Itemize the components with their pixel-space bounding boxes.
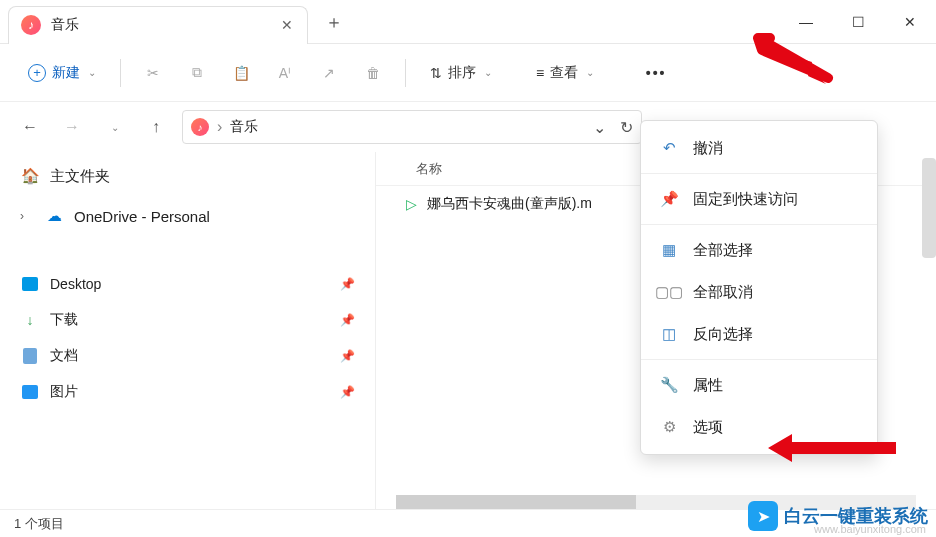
spacer [12, 236, 363, 266]
sidebar-label: 图片 [50, 383, 78, 401]
sidebar-label: 文档 [50, 347, 78, 365]
ellipsis-icon: ••• [646, 65, 667, 81]
ctx-label: 属性 [693, 376, 723, 395]
cut-button[interactable]: ✂ [135, 55, 171, 91]
ctx-label: 反向选择 [693, 325, 753, 344]
context-menu: ↶ 撤消 📌 固定到快速访问 ▦ 全部选择 ▢▢ 全部取消 ◫ 反向选择 🔧 属… [640, 120, 878, 455]
recent-button[interactable]: ⌄ [98, 111, 130, 143]
sort-button[interactable]: ⇅ 排序 ⌄ [420, 55, 502, 91]
status-item-count: 1 个项目 [14, 515, 64, 533]
music-folder-icon: ♪ [191, 118, 209, 136]
sidebar-item-documents[interactable]: 文档 📌 [12, 338, 363, 374]
more-button[interactable]: ••• [638, 55, 674, 91]
deselect-icon: ▢▢ [659, 283, 679, 301]
sidebar-label: OneDrive - Personal [74, 208, 210, 225]
ctx-label: 全部选择 [693, 241, 753, 260]
ctx-invert-selection[interactable]: ◫ 反向选择 [641, 313, 877, 355]
window-controls: — ☐ ✕ [780, 2, 936, 42]
sidebar-item-desktop[interactable]: Desktop 📌 [12, 266, 363, 302]
trash-icon: 🗑 [366, 65, 380, 81]
clipboard-icon: 📋 [233, 65, 250, 81]
sidebar-label: Desktop [50, 276, 101, 292]
chevron-right-icon[interactable]: › [20, 209, 34, 223]
tab-close-button[interactable]: ✕ [279, 17, 295, 33]
scrollbar-thumb[interactable] [396, 495, 636, 509]
ctx-properties[interactable]: 🔧 属性 [641, 364, 877, 406]
watermark-text: 白云一键重装系统 [784, 504, 928, 528]
tab-active[interactable]: ♪ 音乐 ✕ [8, 6, 308, 44]
sidebar-item-home[interactable]: 🏠 主文件夹 [12, 156, 363, 196]
select-all-icon: ▦ [659, 241, 679, 259]
back-button[interactable]: ← [14, 111, 46, 143]
pin-icon: 📌 [340, 349, 355, 363]
new-tab-button[interactable]: ＋ [316, 4, 352, 40]
invert-icon: ◫ [659, 325, 679, 343]
minimize-button[interactable]: — [780, 2, 832, 42]
toolbar: + 新建 ⌄ ✂ ⧉ 📋 Aᴵ ↗ 🗑 ⇅ 排序 ⌄ ≡ 查看 ⌄ ••• [0, 44, 936, 102]
share-button[interactable]: ↗ [311, 55, 347, 91]
wrench-icon: 🔧 [659, 376, 679, 394]
pin-icon: 📌 [340, 385, 355, 399]
chevron-down-icon: ⌄ [586, 67, 594, 78]
share-icon: ↗ [323, 65, 335, 81]
desktop-icon [20, 274, 40, 294]
rename-icon: Aᴵ [279, 65, 291, 81]
watermark: ➤ 白云一键重装系统 [748, 501, 928, 531]
ctx-label: 选项 [693, 418, 723, 437]
chevron-down-icon: ⌄ [484, 67, 492, 78]
sidebar: 🏠 主文件夹 › ☁ OneDrive - Personal Desktop 📌… [0, 152, 375, 509]
ctx-label: 固定到快速访问 [693, 190, 798, 209]
separator [641, 173, 877, 174]
column-header-name[interactable]: 名称 [416, 160, 442, 178]
title-bar: ♪ 音乐 ✕ ＋ — ☐ ✕ [0, 0, 936, 44]
cloud-icon: ☁ [44, 206, 64, 226]
ctx-undo[interactable]: ↶ 撤消 [641, 127, 877, 169]
chevron-down-icon[interactable]: ⌄ [593, 118, 606, 137]
up-button[interactable]: ↑ [140, 111, 172, 143]
download-icon: ↓ [20, 310, 40, 330]
new-button[interactable]: + 新建 ⌄ [18, 55, 106, 91]
ctx-label: 撤消 [693, 139, 723, 158]
rename-button[interactable]: Aᴵ [267, 55, 303, 91]
breadcrumb[interactable]: ♪ › 音乐 ⌄ ↻ [182, 110, 642, 144]
delete-button[interactable]: 🗑 [355, 55, 391, 91]
sidebar-label: 主文件夹 [50, 167, 110, 186]
music-folder-icon: ♪ [21, 15, 41, 35]
vertical-scrollbar[interactable] [922, 158, 936, 258]
refresh-button[interactable]: ↻ [620, 118, 633, 137]
ctx-options[interactable]: ⚙ 选项 [641, 406, 877, 448]
separator [641, 224, 877, 225]
file-name: 娜乌西卡安魂曲(童声版).m [427, 195, 592, 213]
copy-button[interactable]: ⧉ [179, 55, 215, 91]
breadcrumb-part[interactable]: 音乐 [230, 118, 258, 136]
sidebar-item-downloads[interactable]: ↓ 下载 📌 [12, 302, 363, 338]
paste-button[interactable]: 📋 [223, 55, 259, 91]
copy-icon: ⧉ [192, 64, 202, 81]
ctx-label: 全部取消 [693, 283, 753, 302]
picture-icon [20, 382, 40, 402]
chevron-down-icon: ⌄ [88, 67, 96, 78]
maximize-button[interactable]: ☐ [832, 2, 884, 42]
tab-title: 音乐 [51, 16, 269, 34]
ctx-pin-quick-access[interactable]: 📌 固定到快速访问 [641, 178, 877, 220]
sort-label: 排序 [448, 64, 476, 82]
watermark-logo-icon: ➤ [748, 501, 778, 531]
close-button[interactable]: ✕ [884, 2, 936, 42]
separator [405, 59, 406, 87]
home-icon: 🏠 [20, 166, 40, 186]
gear-icon: ⚙ [659, 418, 679, 436]
ctx-select-all[interactable]: ▦ 全部选择 [641, 229, 877, 271]
pin-icon: 📌 [340, 277, 355, 291]
sidebar-label: 下载 [50, 311, 78, 329]
forward-button[interactable]: → [56, 111, 88, 143]
sidebar-item-onedrive[interactable]: › ☁ OneDrive - Personal [12, 196, 363, 236]
view-button[interactable]: ≡ 查看 ⌄ [526, 55, 604, 91]
ctx-deselect-all[interactable]: ▢▢ 全部取消 [641, 271, 877, 313]
scissors-icon: ✂ [147, 65, 159, 81]
plus-icon: + [28, 64, 46, 82]
view-icon: ≡ [536, 65, 544, 81]
pin-icon: 📌 [340, 313, 355, 327]
chevron-down-icon: ⌄ [111, 122, 119, 133]
new-label: 新建 [52, 64, 80, 82]
sidebar-item-pictures[interactable]: 图片 📌 [12, 374, 363, 410]
